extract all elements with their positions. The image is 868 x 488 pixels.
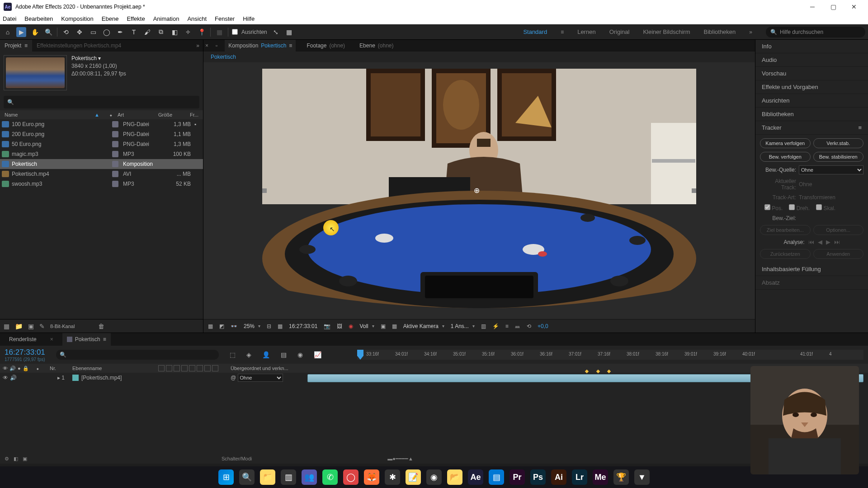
obs-icon[interactable]: ◉ — [426, 469, 442, 485]
interpret-footage-icon[interactable]: ▦ — [4, 323, 9, 330]
minimize-button[interactable]: ─ — [802, 0, 823, 14]
roto-tool-icon[interactable]: ✧ — [183, 27, 193, 37]
text-tool-icon[interactable]: T — [129, 27, 139, 37]
illustrator-icon[interactable]: Ai — [551, 469, 566, 485]
project-tab[interactable]: Projekt ≡ — [0, 40, 32, 52]
camera-dropdown[interactable]: Aktive Kamera — [403, 323, 444, 329]
project-item[interactable]: 50 Euro.pngPNG-Datei1,3 MB — [0, 139, 203, 149]
comp-name[interactable]: Pokertisch ▾ — [71, 55, 126, 61]
flowchart-icon[interactable]: ⅏ — [515, 323, 520, 329]
left-handle[interactable] — [262, 188, 267, 193]
file-explorer-icon[interactable]: 📁 — [260, 469, 275, 485]
app-icon-3[interactable]: 🏆 — [613, 469, 629, 485]
menu-hilfe[interactable]: Hilfe — [243, 15, 255, 22]
ebene-tab[interactable]: Ebene(ohne) — [356, 40, 397, 52]
parent-select[interactable]: Ohne — [238, 374, 283, 382]
mask-icon[interactable]: 👓 — [231, 323, 237, 329]
whatsapp-icon[interactable]: ✆ — [322, 469, 338, 485]
time-ruler[interactable]: 33:16f34:01f34:16f35:01f35:16f36:01f36:1… — [357, 350, 863, 360]
speaker-col-icon[interactable]: 🔊 — [9, 366, 16, 371]
comp-breadcrumb[interactable]: Pokertisch — [211, 54, 236, 60]
rect-tool-icon[interactable]: ▭ — [88, 27, 98, 37]
timeline-search-input[interactable]: 🔍 — [56, 350, 219, 360]
tracker-panel-header[interactable]: Tracker≡ — [755, 121, 868, 135]
switches-modes-label[interactable]: Schalter/Modi — [222, 456, 252, 461]
zoom-tool-icon[interactable]: 🔍 — [43, 27, 53, 37]
audio-panel-header[interactable]: Audio — [755, 53, 868, 67]
help-search-input[interactable]: 🔍 Hilfe durchsuchen — [766, 27, 865, 38]
comp-tab[interactable]: Komposition Pokertisch ≡ — [225, 40, 296, 52]
workspace-lernen[interactable]: Lernen — [577, 28, 595, 35]
folder-icon[interactable]: 📂 — [447, 469, 462, 485]
zoom-out-icon[interactable]: ▬ — [387, 456, 392, 461]
draft-3d-icon[interactable]: ◈ — [246, 351, 251, 358]
app-icon-2[interactable]: ▤ — [489, 469, 504, 485]
project-item[interactable]: magic.mp3MP3100 KB — [0, 149, 203, 159]
adjust-icon[interactable]: ✎ — [39, 323, 45, 330]
layer-name[interactable]: [Pokertisch.mp4] — [81, 375, 122, 381]
new-comp-icon[interactable]: ▣ — [28, 323, 34, 330]
home-icon[interactable]: ⌂ — [3, 27, 13, 37]
task-view-icon[interactable]: ▥ — [281, 469, 296, 485]
pixel-ar-icon[interactable]: ▥ — [481, 323, 486, 329]
workspace-standard[interactable]: Standard — [523, 28, 547, 35]
lock-col-icon[interactable]: 🔒 — [23, 366, 29, 371]
project-item[interactable]: Pokertisch.mp4AVI... MB — [0, 169, 203, 179]
right-handle[interactable] — [692, 188, 696, 193]
channel-icon[interactable]: ◩ — [219, 323, 224, 329]
renderliste-tab[interactable]: Renderliste — [5, 333, 41, 346]
show-snap-icon[interactable]: 🖼 — [337, 323, 342, 329]
reset-exp-icon[interactable]: ⟲ — [527, 323, 531, 329]
menu-fenster[interactable]: Fenster — [215, 15, 235, 22]
bit-depth[interactable]: 8-Bit-Kanal — [50, 324, 75, 329]
app-icon-4[interactable]: ▼ — [634, 469, 650, 485]
res-half-icon[interactable]: ⊟ — [267, 323, 271, 329]
start-button[interactable]: ⊞ — [218, 469, 234, 485]
maximize-button[interactable]: ▢ — [823, 0, 844, 14]
project-item[interactable]: 200 Euro.pngPNG-Datei1,1 MB — [0, 129, 203, 139]
new-folder-icon[interactable]: 📁 — [15, 323, 23, 330]
menu-effekte[interactable]: Effekte — [127, 15, 145, 22]
layer-eye-icon[interactable]: 👁 — [3, 375, 8, 381]
stamp-tool-icon[interactable]: ⧉ — [156, 27, 166, 37]
workspace-original[interactable]: Original — [609, 28, 630, 35]
taskbar-search-icon[interactable]: 🔍 — [239, 469, 255, 485]
workspace-kleiner[interactable]: Kleiner Bildschirm — [643, 28, 690, 35]
photoshop-icon[interactable]: Ps — [530, 469, 546, 485]
anchor-point-icon[interactable]: ⊕ — [474, 186, 480, 195]
resolution-dropdown[interactable]: Voll — [359, 323, 374, 329]
orbit-tool-icon[interactable]: ⟲ — [61, 27, 71, 37]
snap-icon[interactable]: ⤡ — [271, 27, 281, 37]
toggle-switches-icon[interactable]: ⚙ — [5, 456, 9, 462]
menu-komposition[interactable]: Komposition — [61, 15, 94, 22]
layer-speaker-icon[interactable]: 🔊 — [10, 375, 17, 381]
frame-blend-icon[interactable]: ▤ — [281, 351, 287, 358]
tabs-overflow-icon[interactable]: » — [196, 42, 199, 49]
trash-icon[interactable]: 🗑 — [98, 323, 104, 330]
timeline-comp-tab[interactable]: Pokertisch≡ — [62, 333, 111, 346]
shy-icon[interactable]: 👤 — [262, 351, 270, 358]
snap-grid-icon[interactable]: ▦ — [284, 27, 294, 37]
lock-icon[interactable]: ▫ — [216, 42, 217, 49]
stab-motion-button[interactable]: Bew. stabilisieren — [813, 152, 864, 162]
notes-icon[interactable]: 📝 — [406, 469, 421, 485]
brave-icon[interactable]: ◯ — [343, 469, 359, 485]
snapshot-icon[interactable]: 📷 — [324, 323, 330, 329]
puppet-tool-icon[interactable]: 📍 — [197, 27, 207, 37]
teams-icon[interactable]: 👥 — [302, 469, 317, 485]
premiere-icon[interactable]: Pr — [509, 469, 525, 485]
graph-editor-icon[interactable]: 📈 — [314, 351, 321, 358]
color-mgmt-icon[interactable]: ◉ — [349, 323, 353, 329]
zoom-slider[interactable]: ●━━━━ — [392, 456, 408, 462]
project-item[interactable]: swoosh.mp3MP352 KB — [0, 179, 203, 189]
align-checkbox[interactable] — [232, 29, 238, 35]
info-panel-header[interactable]: Info — [755, 40, 868, 53]
roi-icon[interactable]: ▣ — [381, 323, 386, 329]
timeline-icon[interactable]: ≡ — [505, 323, 509, 329]
after-effects-icon[interactable]: Ae — [468, 469, 483, 485]
effect-settings-tab[interactable]: Effekteinstellungen Pokertisch.mp4 — [32, 40, 126, 52]
toggle-masks-icon[interactable]: ▣ — [23, 456, 27, 462]
transparency-icon[interactable]: ▦ — [392, 323, 397, 329]
eraser-tool-icon[interactable]: ◧ — [170, 27, 179, 37]
grid-icon[interactable]: ▦ — [278, 323, 283, 329]
